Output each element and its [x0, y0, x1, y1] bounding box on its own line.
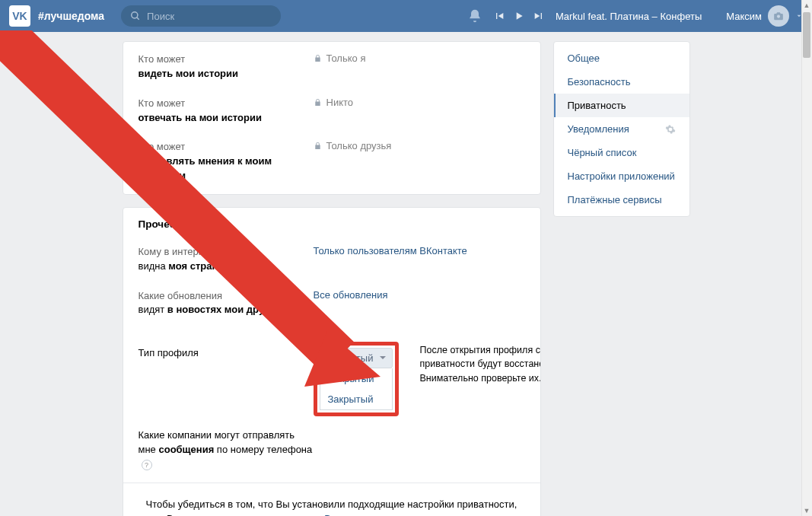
user-block[interactable]: Максим: [726, 5, 803, 27]
privacy-footer-hint: Чтобы убедиться в том, что Вы установили…: [123, 483, 540, 516]
scroll-thumb[interactable]: [803, 12, 810, 58]
option-closed[interactable]: Закрытый: [320, 389, 392, 409]
search-input[interactable]: Поиск: [121, 5, 281, 27]
scroll-up-icon[interactable]: ▲: [801, 0, 812, 11]
camera-icon: [773, 11, 784, 21]
search-icon: [130, 11, 141, 21]
player-track[interactable]: Markul feat. Платина – Конфеты: [556, 11, 702, 22]
svg-point-0: [132, 12, 138, 18]
profile-type-tooltip: После открытия профиля старые настройки …: [420, 342, 541, 384]
player-controls: Markul feat. Платина – Конфеты: [493, 10, 702, 22]
stories-panel: Кто можетвидеть мои истории Только я Кто…: [123, 41, 541, 195]
bell-icon[interactable]: [467, 8, 482, 24]
gear-icon: [665, 124, 676, 135]
prev-track-icon[interactable]: [493, 10, 505, 22]
view-as-others-link[interactable]: посмотреть, как видят Вашу страницу друг…: [220, 513, 493, 516]
profile-type-select[interactable]: Закрытый: [320, 348, 393, 368]
row-opinions-stories[interactable]: Кто можетотправлять мнения к моим истори…: [123, 135, 540, 194]
content-container: Кто можетвидеть мои истории Только я Кто…: [0, 32, 812, 516]
search-placeholder: Поиск: [147, 11, 174, 22]
row-view-stories[interactable]: Кто можетвидеть мои истории Только я: [123, 42, 540, 92]
sidebar-item-general[interactable]: Общее: [554, 46, 689, 70]
username: Максим: [726, 11, 762, 22]
lock-icon: [314, 54, 322, 62]
next-track-icon[interactable]: [533, 10, 545, 22]
row-reply-stories[interactable]: Кто можетотвечать на мои истории Никто: [123, 92, 540, 136]
section-other-title: Прочее: [123, 208, 540, 234]
sidebar-item-privacy[interactable]: Приватность: [554, 94, 689, 117]
top-header: VK #лучшедома Поиск Markul feat. Платина…: [0, 0, 812, 32]
profile-type-options: Открытый Закрытый: [320, 368, 393, 410]
settings-main: Кто можетвидеть мои истории Только я Кто…: [123, 41, 541, 516]
row-news-updates[interactable]: Какие обновлениявидят в новостях мои дру…: [123, 285, 540, 329]
sidebar-item-payment[interactable]: Платёжные сервисы: [554, 188, 689, 212]
svg-line-1: [137, 18, 139, 20]
lock-icon: [314, 142, 322, 150]
avatar: [768, 5, 789, 27]
sidebar-item-security[interactable]: Безопасность: [554, 70, 689, 94]
play-icon[interactable]: [513, 10, 525, 22]
profile-type-dropdown-highlight: Закрытый Открытый Закрытый: [314, 342, 399, 416]
sidebar-item-notifications[interactable]: Уведомления: [554, 117, 689, 141]
help-icon[interactable]: ?: [142, 460, 152, 470]
header-right: Markul feat. Платина – Конфеты Максим: [467, 5, 803, 27]
settings-sidebar: Общее Безопасность Приватность Уведомлен…: [553, 41, 690, 217]
option-open[interactable]: Открытый: [320, 368, 392, 389]
row-profile-type: Тип профиля Закрытый Открытый Закрытый П…: [123, 328, 540, 424]
scroll-down-icon[interactable]: ▼: [801, 505, 812, 516]
sidebar-item-app-settings[interactable]: Настройки приложений: [554, 164, 689, 188]
header-hashtag[interactable]: #лучшедома: [38, 10, 104, 22]
sidebar-item-blacklist[interactable]: Чёрный список: [554, 141, 689, 164]
other-panel: Прочее Кому в интернетевидна моя страниц…: [123, 207, 541, 516]
scrollbar[interactable]: ▲ ▼: [801, 0, 812, 516]
row-company-messages[interactable]: Какие компании могут отправлять мне сооб…: [123, 424, 540, 483]
lock-icon: [314, 98, 322, 107]
vk-logo[interactable]: VK: [9, 5, 30, 27]
row-page-visibility[interactable]: Кому в интернетевидна моя страница Тольк…: [123, 234, 540, 285]
svg-point-2: [777, 15, 780, 18]
